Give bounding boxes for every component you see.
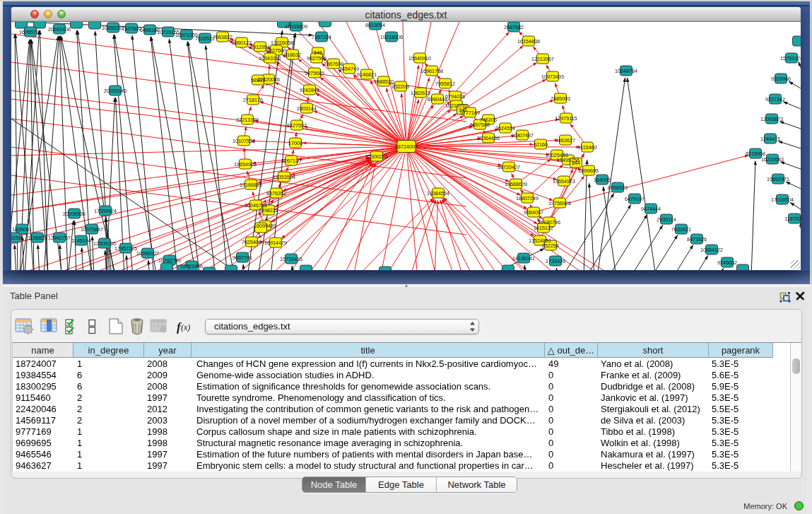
svg-text:1835061: 1835061 xyxy=(12,226,32,233)
svg-text:19654925: 19654925 xyxy=(234,161,257,168)
svg-text:8427552: 8427552 xyxy=(287,122,307,129)
svg-text:8813054: 8813054 xyxy=(365,22,385,28)
svg-text:1588520: 1588520 xyxy=(374,78,394,85)
svg-text:10654122: 10654122 xyxy=(700,247,723,253)
svg-text:16961758: 16961758 xyxy=(420,68,443,74)
svg-text:7485003: 7485003 xyxy=(551,95,570,102)
svg-text:8454749: 8454749 xyxy=(339,66,359,72)
svg-text:9657791: 9657791 xyxy=(233,255,252,261)
svg-text:20364436: 20364436 xyxy=(477,135,500,141)
svg-text:12505135: 12505135 xyxy=(93,240,116,247)
svg-text:1244415: 1244415 xyxy=(760,136,780,142)
svg-text:19384554: 19384554 xyxy=(427,190,449,197)
svg-text:3624554: 3624554 xyxy=(495,125,515,132)
svg-text:17359924: 17359924 xyxy=(94,208,117,214)
svg-text:(x): (x) xyxy=(181,322,190,332)
svg-text:16210643: 16210643 xyxy=(761,156,784,163)
svg-text:17016504: 17016504 xyxy=(771,197,794,203)
svg-text:832203: 832203 xyxy=(392,83,409,90)
svg-text:12213967: 12213967 xyxy=(531,56,554,62)
svg-text:15720407: 15720407 xyxy=(498,164,520,170)
svg-text:16033809: 16033809 xyxy=(285,23,307,30)
svg-text:6897568: 6897568 xyxy=(470,122,490,128)
svg-text:16914479: 16914479 xyxy=(264,240,287,246)
svg-text:8958923: 8958923 xyxy=(608,185,628,191)
svg-text:12942757: 12942757 xyxy=(48,235,71,241)
svg-text:14136141: 14136141 xyxy=(512,255,535,262)
svg-text:10958107: 10958107 xyxy=(136,250,159,257)
svg-text:10807487: 10807487 xyxy=(511,132,534,139)
svg-text:25300295: 25300295 xyxy=(365,153,388,160)
svg-text:12975115: 12975115 xyxy=(555,115,577,122)
svg-text:9329966: 9329966 xyxy=(771,76,791,82)
svg-text:5875685: 5875685 xyxy=(305,70,324,76)
svg-text:12923446: 12923446 xyxy=(180,263,203,269)
svg-text:8471626: 8471626 xyxy=(687,236,707,243)
svg-text:12213389: 12213389 xyxy=(236,117,259,123)
svg-text:17006: 17006 xyxy=(288,140,302,146)
svg-text:9242848: 9242848 xyxy=(300,87,319,93)
svg-text:10543332: 10543332 xyxy=(259,55,281,62)
svg-text:6794028: 6794028 xyxy=(445,93,465,100)
svg-text:8878352: 8878352 xyxy=(266,190,286,197)
svg-text:19218506: 19218506 xyxy=(380,34,403,40)
svg-text:9084067: 9084067 xyxy=(524,209,543,216)
svg-text:19654923: 19654923 xyxy=(553,178,575,185)
svg-text:62160: 62160 xyxy=(534,141,548,148)
svg-text:7632621: 7632621 xyxy=(671,226,691,233)
svg-text:6899695: 6899695 xyxy=(579,168,599,174)
svg-text:9463627: 9463627 xyxy=(555,137,575,144)
svg-text:9474444: 9474444 xyxy=(641,206,661,212)
svg-text:15692971: 15692971 xyxy=(767,176,789,182)
svg-text:10973493: 10973493 xyxy=(541,74,564,80)
svg-text:2935114: 2935114 xyxy=(657,216,676,223)
svg-text:1167533: 1167533 xyxy=(784,216,801,222)
svg-text:9227342: 9227342 xyxy=(765,96,785,103)
svg-text:9115460: 9115460 xyxy=(577,144,596,151)
svg-text:13226058: 13226058 xyxy=(271,40,293,46)
svg-text:7663822: 7663822 xyxy=(213,34,233,40)
svg-text:1156829: 1156829 xyxy=(28,235,47,241)
svg-text:164095: 164095 xyxy=(594,177,611,183)
svg-text:15751074: 15751074 xyxy=(780,55,801,62)
svg-text:18724007: 18724007 xyxy=(395,144,418,150)
svg-text:2687682: 2687682 xyxy=(504,24,524,30)
svg-text:8990448: 8990448 xyxy=(428,96,447,103)
svg-text:7625402: 7625402 xyxy=(242,239,261,245)
svg-text:39159: 39159 xyxy=(11,235,21,241)
svg-text:10688609: 10688609 xyxy=(505,181,527,187)
svg-text:2718176: 2718176 xyxy=(243,97,263,103)
svg-text:98901: 98901 xyxy=(251,77,265,83)
svg-text:1527602: 1527602 xyxy=(122,25,141,32)
svg-text:6479197: 6479197 xyxy=(625,196,645,202)
svg-text:8660123: 8660123 xyxy=(232,40,252,46)
svg-text:16099489: 16099489 xyxy=(254,223,276,229)
svg-text:1145194: 1145194 xyxy=(71,238,90,244)
svg-text:2803144: 2803144 xyxy=(297,105,317,112)
svg-text:7515522: 7515522 xyxy=(195,35,215,42)
svg-text:252254: 252254 xyxy=(542,243,559,249)
svg-text:20053346: 20053346 xyxy=(104,88,126,94)
svg-text:9827500: 9827500 xyxy=(266,47,286,54)
svg-text:10107553: 10107553 xyxy=(233,138,255,144)
svg-text:16055721: 16055721 xyxy=(19,29,42,35)
svg-text:10648784: 10648784 xyxy=(615,68,637,74)
svg-text:20206536: 20206536 xyxy=(63,211,86,217)
svg-text:20691406: 20691406 xyxy=(48,26,71,33)
svg-text:1733426: 1733426 xyxy=(546,258,565,264)
svg-text:818632: 818632 xyxy=(284,52,301,58)
svg-text:16154838: 16154838 xyxy=(517,38,540,45)
svg-text:19166825: 19166825 xyxy=(240,182,262,188)
svg-text:1362615: 1362615 xyxy=(411,90,430,96)
svg-text:15640910: 15640910 xyxy=(408,55,431,62)
svg-text:7955812: 7955812 xyxy=(435,81,455,87)
svg-text:9777169: 9777169 xyxy=(460,110,480,116)
svg-text:9245652: 9245652 xyxy=(717,259,737,266)
svg-text:10975887: 10975887 xyxy=(81,226,103,233)
svg-text:13353594: 13353594 xyxy=(273,174,295,180)
svg-text:15716485: 15716485 xyxy=(280,256,302,262)
svg-text:1615132: 1615132 xyxy=(534,225,553,231)
svg-text:18807249: 18807249 xyxy=(516,195,539,201)
svg-text:7357224: 7357224 xyxy=(312,34,331,40)
svg-text:16782759: 16782759 xyxy=(158,257,181,264)
